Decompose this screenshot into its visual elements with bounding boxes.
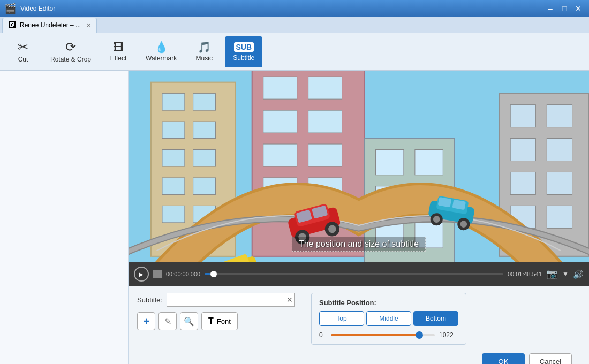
svg-rect-32 <box>547 139 572 161</box>
maximize-button[interactable]: □ <box>558 3 571 14</box>
tab-watermark[interactable]: 💧 Watermark <box>139 36 183 67</box>
slider-max: 1022 <box>439 331 458 339</box>
svg-rect-4 <box>162 122 185 138</box>
progress-bar[interactable] <box>205 273 503 275</box>
tab-cut-label: Cut <box>18 56 28 63</box>
svg-rect-29 <box>510 105 535 127</box>
progress-fill <box>205 273 210 275</box>
tab-cut[interactable]: ✂ Cut <box>4 36 42 67</box>
subtitle-text: The position and size of subtitle <box>299 239 419 248</box>
tab-effect-label: Effect <box>110 55 126 62</box>
tab-music[interactable]: 🎵 Music <box>185 36 223 67</box>
subtitle-input[interactable] <box>167 293 295 307</box>
time-start: 00:00:00.000 <box>166 271 200 277</box>
content-area: The position and size of subtitle ▶ 00:0… <box>129 71 589 364</box>
add-subtitle-button[interactable]: + <box>137 312 155 330</box>
svg-rect-8 <box>162 178 185 194</box>
subtitle-icon: SUB <box>234 42 254 52</box>
time-end: 00:01:48.541 <box>508 271 542 277</box>
svg-rect-30 <box>547 105 572 127</box>
tab-rotate-label: Rotate & Crop <box>50 56 91 63</box>
svg-rect-22 <box>375 150 403 175</box>
tab-effect[interactable]: 🎞 Effect <box>100 36 137 67</box>
position-bottom-button[interactable]: Bottom <box>413 311 458 326</box>
edit-icon: ✎ <box>164 316 171 327</box>
screenshot-button[interactable]: 📷 <box>546 268 558 280</box>
svg-rect-9 <box>193 178 216 194</box>
subtitle-label: Subtitle: <box>137 296 162 304</box>
clear-button[interactable]: ✕ <box>286 295 293 304</box>
search-icon: 🔍 <box>184 316 194 327</box>
minimize-button[interactable]: – <box>544 3 557 14</box>
volume-button[interactable]: 🔊 <box>573 269 584 279</box>
dropdown-arrow-icon[interactable]: ▼ <box>562 270 569 278</box>
left-sidebar <box>0 71 129 364</box>
toolbar: ✂ Cut ⟳ Rotate & Crop 🎞 Effect 💧 Waterma… <box>0 33 589 71</box>
main-layout: The position and size of subtitle ▶ 00:0… <box>0 71 589 364</box>
cut-icon: ✂ <box>18 41 28 54</box>
svg-rect-5 <box>193 122 216 138</box>
svg-rect-31 <box>510 139 535 161</box>
position-buttons: Top Middle Bottom <box>319 311 458 326</box>
title-bar: 🎬 Video Editor – □ ✕ <box>0 0 589 17</box>
svg-rect-14 <box>308 77 342 99</box>
svg-rect-16 <box>308 110 342 133</box>
stop-button[interactable] <box>153 270 162 278</box>
player-controls: ▶ 00:00:00.000 00:01:48.541 📷 ▼ 🔊 <box>129 262 589 286</box>
tab-subtitle-label: Subtitle <box>233 54 254 62</box>
close-button[interactable]: ✕ <box>572 3 585 14</box>
subtitle-overlay: The position and size of subtitle <box>292 237 426 252</box>
svg-rect-2 <box>162 94 185 110</box>
font-label: Font <box>217 317 231 325</box>
slider-fill <box>331 334 419 336</box>
search-subtitle-button[interactable]: 🔍 <box>180 312 198 330</box>
slider-thumb[interactable] <box>416 331 423 339</box>
svg-rect-7 <box>193 150 216 166</box>
tab-watermark-label: Watermark <box>146 55 177 62</box>
watermark-icon: 💧 <box>155 42 168 52</box>
window-controls: – □ ✕ <box>544 3 585 14</box>
svg-rect-17 <box>263 144 297 166</box>
action-buttons: + ✎ 🔍 T Font <box>137 312 295 330</box>
subtitle-row: Subtitle: ✕ <box>137 293 295 307</box>
svg-rect-6 <box>162 150 185 166</box>
position-middle-button[interactable]: Middle <box>366 311 411 326</box>
tab-label: Renee Undeleter – ... <box>20 21 81 29</box>
position-top-button[interactable]: Top <box>319 311 364 326</box>
play-button[interactable]: ▶ <box>134 267 149 282</box>
svg-rect-3 <box>193 94 216 110</box>
rotate-icon: ⟳ <box>65 41 76 54</box>
position-title: Subtitle Position: <box>319 299 458 307</box>
font-button[interactable]: T Font <box>201 312 238 330</box>
svg-rect-23 <box>415 150 443 175</box>
slider-row: 0 1022 <box>319 331 458 339</box>
cancel-button[interactable]: Cancel <box>529 353 572 364</box>
subtitle-controls: Subtitle: ✕ + ✎ <box>137 293 295 330</box>
svg-rect-13 <box>263 77 297 99</box>
ok-button[interactable]: OK <box>482 353 525 364</box>
position-panel: Subtitle Position: Top Middle Bottom 0 1… <box>311 293 466 345</box>
progress-thumb[interactable] <box>210 271 217 277</box>
slider-min: 0 <box>319 331 327 339</box>
music-icon: 🎵 <box>198 42 211 52</box>
svg-rect-18 <box>308 144 342 166</box>
tab-subtitle[interactable]: SUB Subtitle <box>225 36 262 67</box>
tab-rotate-crop[interactable]: ⟳ Rotate & Crop <box>44 36 97 67</box>
edit-subtitle-button[interactable]: ✎ <box>158 312 177 330</box>
add-icon: + <box>143 315 149 328</box>
app-title: Video Editor <box>20 5 544 12</box>
svg-rect-10 <box>162 206 185 222</box>
svg-rect-33 <box>510 172 535 194</box>
bottom-panel: Subtitle: ✕ + ✎ <box>129 286 589 364</box>
video-area: The position and size of subtitle <box>129 71 589 262</box>
app-tab[interactable]: 🖼 Renee Undeleter – ... ✕ <box>2 18 97 33</box>
svg-rect-15 <box>263 110 297 133</box>
play-icon: ▶ <box>139 271 144 277</box>
svg-rect-36 <box>547 206 572 228</box>
tab-close-icon[interactable]: ✕ <box>86 22 91 29</box>
position-slider[interactable] <box>331 334 435 336</box>
tab-music-label: Music <box>196 55 213 62</box>
video-frame <box>129 71 589 262</box>
effect-icon: 🎞 <box>113 42 124 52</box>
font-t-icon: T <box>208 316 214 326</box>
